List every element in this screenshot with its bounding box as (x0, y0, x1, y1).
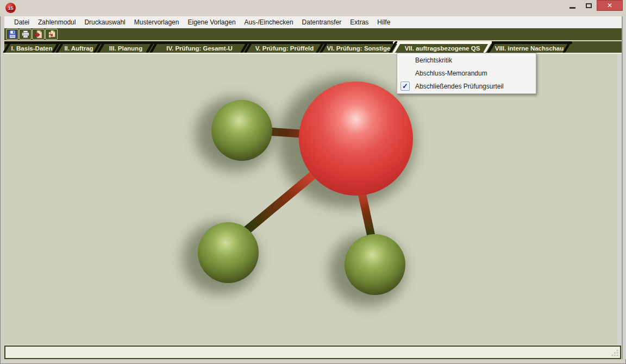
tab-ii-auftrag[interactable]: II. Auftrag (58, 41, 99, 53)
title-bar[interactable]: 15 ✕ (0, 0, 626, 16)
check-out-button[interactable] (32, 29, 45, 40)
checkmark-icon: ✓ (400, 81, 410, 91)
tab-v-prüfung-prüffeld[interactable]: V. Prüfung: Prüffeld (247, 41, 322, 53)
tab-label: IV. Prüfung: Gesamt-U (166, 45, 233, 52)
save-button[interactable] (6, 29, 18, 40)
maximize-icon (586, 3, 592, 8)
menu-item-datei[interactable]: Datei (10, 16, 34, 28)
tab-label: V. Prüfung: Prüffeld (255, 45, 314, 52)
check-in-button[interactable] (45, 29, 58, 40)
main-content (4, 54, 622, 344)
tab-separator-right (562, 41, 572, 53)
save-icon (8, 30, 17, 39)
tab-viii-interne-nachschau[interactable]: VIII. interne Nachschau (490, 41, 569, 53)
tab-iii-planung[interactable]: III. Planung (99, 41, 152, 53)
dropdown-item-label: Abschließendes Prüfungsurteil (415, 83, 504, 90)
check-in-icon (47, 30, 56, 39)
tab-label: VII. auftragsbezogene QS (405, 45, 480, 52)
tab-label: III. Planung (109, 45, 142, 52)
menu-item-mustervorlagen[interactable]: Mustervorlagen (130, 16, 184, 28)
print-button[interactable] (19, 29, 32, 40)
dropdown-item-label: Abschluss-Memorandum (415, 70, 487, 77)
window-right-frame (622, 16, 626, 359)
tab-vi-prüfung-sonstige[interactable]: VI. Prüfung: Sonstige (322, 41, 395, 53)
tab-i-basis-daten[interactable]: I. Basis-Daten (5, 41, 58, 53)
print-icon (21, 30, 30, 39)
tab-bar: I. Basis-DatenII. AuftragIII. PlanungIV.… (4, 41, 622, 53)
tab-label: VI. Prüfung: Sonstige (327, 45, 391, 52)
resize-grip[interactable] (611, 349, 619, 357)
app-icon: 15 (5, 3, 16, 13)
tab-dropdown-menu: BerichtskritikAbschluss-Memorandum✓Absch… (397, 53, 536, 94)
menu-item-aus-einchecken[interactable]: Aus-/Einchecken (240, 16, 298, 28)
menu-item-hilfe[interactable]: Hilfe (373, 16, 395, 28)
dropdown-item-abschluss-memorandum[interactable]: Abschluss-Memorandum (397, 67, 536, 80)
dropdown-item-abschließendes-prüfungsurteil[interactable]: ✓Abschließendes Prüfungsurteil (397, 80, 536, 93)
dropdown-item-berichtskritik[interactable]: Berichtskritik (397, 54, 536, 67)
tab-iv-prüfung-gesamt-u[interactable]: IV. Prüfung: Gesamt-U (152, 41, 247, 53)
menu-item-zahlenmodul[interactable]: Zahlenmodul (34, 16, 80, 28)
molecule-graphic (4, 54, 622, 344)
check-out-icon (34, 30, 43, 39)
minimize-button[interactable] (564, 0, 580, 11)
dropdown-item-label: Berichtskritik (415, 57, 452, 64)
menu-item-datentransfer[interactable]: Datentransfer (298, 16, 346, 28)
menu-item-druckauswahl[interactable]: Druckauswahl (80, 16, 129, 28)
minimize-icon (569, 7, 575, 9)
application-window: 15 ✕ DateiZahlenmodulDruckauswahlMusterv… (0, 0, 626, 364)
toolbar (4, 28, 622, 40)
close-icon: ✕ (607, 2, 612, 9)
tab-label: VIII. interne Nachschau (495, 45, 564, 52)
tab-label: I. Basis-Daten (11, 45, 52, 52)
tab-top-outline (393, 41, 492, 44)
menu-bar: DateiZahlenmodulDruckauswahlMustervorlag… (4, 16, 622, 28)
tab-vii-auftragsbezogene-qs[interactable]: VII. auftragsbezogene QS (395, 41, 490, 53)
close-button[interactable]: ✕ (597, 0, 623, 11)
maximize-button[interactable] (580, 0, 597, 11)
status-bar (4, 346, 621, 359)
menu-item-eigene-vorlagen[interactable]: Eigene Vorlagen (183, 16, 240, 28)
content-right-band (617, 54, 622, 344)
tab-label: II. Auftrag (64, 45, 93, 52)
menu-item-extras[interactable]: Extras (346, 16, 373, 28)
